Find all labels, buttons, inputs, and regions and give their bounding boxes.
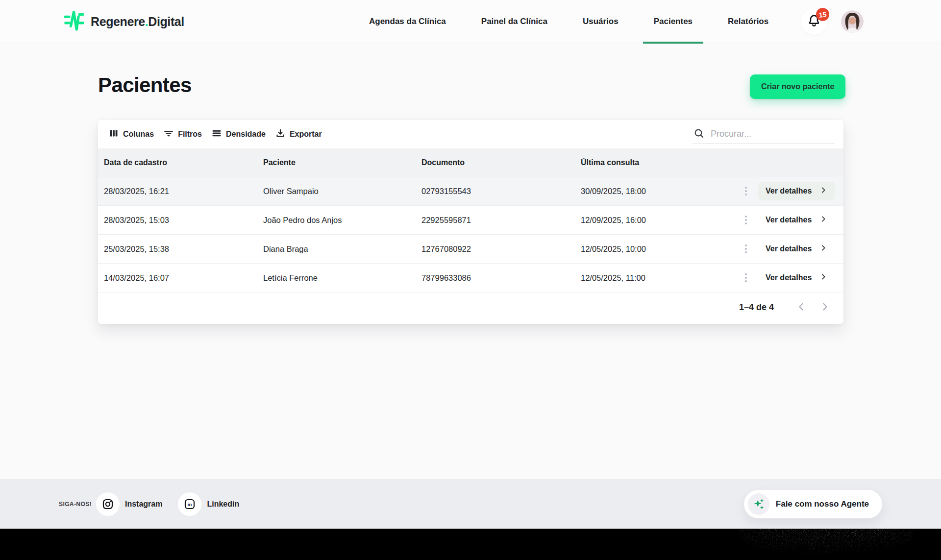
user-avatar[interactable]	[841, 10, 864, 33]
patients-table-card: Colunas Filtros Densidade Exportar	[98, 120, 843, 324]
table-row[interactable]: 28/03/2025, 15:03 João Pedro dos Anjos 2…	[98, 205, 843, 234]
filters-button[interactable]: Filtros	[159, 124, 207, 144]
columns-label: Colunas	[123, 130, 154, 139]
view-details-label: Ver detalhes	[766, 187, 812, 195]
cell-document: 78799633086	[416, 273, 575, 283]
table-header-row: Data de cadastro Paciente Documento Últi…	[98, 148, 843, 176]
pagination-range-label: 1–4 de 4	[739, 302, 774, 313]
view-details-label: Ver detalhes	[766, 244, 812, 253]
linkedin-label: Linkedin	[207, 500, 239, 509]
top-navigation-bar: Regenere.Digital Agendas da Clínica Pain…	[0, 0, 941, 43]
brand-name: Regenere.Digital	[91, 15, 184, 29]
bottom-black-strip	[0, 529, 941, 560]
cell-document: 22925595871	[416, 216, 575, 225]
columns-button[interactable]: Colunas	[104, 124, 159, 144]
noise-texture	[735, 529, 916, 560]
export-label: Exportar	[290, 130, 322, 139]
table-row[interactable]: 14/03/2025, 16:07 Letícia Ferrone 787996…	[98, 263, 843, 292]
svg-text:in: in	[188, 501, 192, 507]
app-canvas: Regenere.Digital Agendas da Clínica Pain…	[0, 0, 941, 560]
talk-to-agent-button[interactable]: Fale com nosso Agente	[744, 490, 882, 518]
chevron-right-icon	[819, 301, 830, 314]
talk-to-agent-label: Fale com nosso Agente	[776, 499, 869, 509]
column-header-patient: Paciente	[257, 158, 416, 167]
search-icon	[693, 128, 704, 141]
nav-item-painel[interactable]: Painel da Clínica	[470, 0, 558, 43]
create-patient-button[interactable]: Criar novo paciente	[750, 74, 845, 99]
instagram-icon	[96, 492, 120, 516]
view-details-button[interactable]: Ver detalhes	[758, 211, 835, 229]
cell-document: 02793155543	[416, 187, 575, 196]
follow-us-label: SIGA-NOS!	[59, 501, 92, 508]
instagram-link[interactable]: Instagram	[96, 492, 162, 516]
columns-icon	[109, 128, 119, 140]
search-box	[693, 124, 835, 144]
page-footer: SIGA-NOS! Instagram in Linkedin	[0, 479, 941, 529]
cell-last-visit: 12/09/2025, 16:00	[575, 216, 739, 225]
instagram-label: Instagram	[125, 500, 162, 509]
cell-patient: João Pedro dos Anjos	[257, 216, 416, 225]
search-input[interactable]	[711, 129, 834, 139]
pulse-logo-icon	[64, 9, 84, 34]
cell-registered: 28/03/2025, 16:21	[98, 187, 257, 196]
row-menu-kebab-icon[interactable]	[739, 270, 753, 285]
chevron-right-icon	[819, 244, 827, 254]
chevron-right-icon	[819, 186, 827, 196]
linkedin-icon: in	[178, 492, 201, 516]
chevron-right-icon	[819, 273, 827, 283]
density-button[interactable]: Densidade	[207, 124, 271, 144]
column-header-document: Documento	[416, 158, 575, 167]
table-pagination: 1–4 de 4	[98, 292, 843, 322]
nav-item-usuarios[interactable]: Usuários	[572, 0, 629, 43]
cell-document: 12767080922	[416, 244, 575, 254]
nav-item-pacientes[interactable]: Pacientes	[643, 0, 703, 43]
view-details-button[interactable]: Ver detalhes	[758, 268, 835, 287]
table-row[interactable]: 25/03/2025, 15:38 Diana Braga 1276708092…	[98, 234, 843, 263]
column-header-registered: Data de cadastro	[98, 158, 257, 167]
main-nav: Agendas da Clínica Painel da Clínica Usu…	[358, 0, 779, 43]
row-menu-kebab-icon[interactable]	[739, 184, 753, 198]
sparkles-icon	[748, 493, 769, 515]
social-links: Instagram in Linkedin	[96, 492, 239, 516]
density-label: Densidade	[226, 130, 266, 139]
cell-registered: 14/03/2025, 16:07	[98, 273, 257, 283]
row-menu-kebab-icon[interactable]	[739, 242, 753, 256]
table-toolbar: Colunas Filtros Densidade Exportar	[98, 120, 843, 148]
view-details-label: Ver detalhes	[766, 216, 812, 224]
nav-item-relatorios[interactable]: Relatórios	[717, 0, 779, 43]
cell-last-visit: 12/05/2025, 11:00	[575, 273, 739, 283]
table-row[interactable]: 28/03/2025, 16:21 Oliver Sampaio 0279315…	[98, 176, 843, 205]
linkedin-link[interactable]: in Linkedin	[178, 492, 239, 516]
density-icon	[212, 128, 222, 140]
cell-patient: Diana Braga	[257, 244, 416, 254]
chevron-right-icon	[819, 215, 827, 225]
view-details-label: Ver detalhes	[766, 273, 812, 282]
cell-last-visit: 12/05/2025, 10:00	[575, 244, 739, 254]
brand-logo[interactable]: Regenere.Digital	[64, 0, 184, 43]
view-details-button[interactable]: Ver detalhes	[758, 240, 835, 258]
column-header-last-visit: Última consulta	[575, 158, 739, 167]
view-details-button[interactable]: Ver detalhes	[758, 182, 835, 200]
cell-last-visit: 30/09/2025, 18:00	[575, 187, 739, 196]
cell-patient: Letícia Ferrone	[257, 273, 416, 283]
notifications-button[interactable]: 15	[801, 8, 827, 35]
nav-item-agendas[interactable]: Agendas da Clínica	[358, 0, 457, 43]
filters-label: Filtros	[178, 130, 202, 139]
download-icon	[275, 128, 285, 140]
chevron-left-icon	[796, 301, 807, 314]
cell-registered: 28/03/2025, 15:03	[98, 216, 257, 225]
cell-registered: 25/03/2025, 15:38	[98, 244, 257, 254]
page-title: Pacientes	[98, 73, 192, 97]
filter-icon	[164, 128, 173, 140]
cell-patient: Oliver Sampaio	[257, 187, 416, 196]
pagination-next-button[interactable]	[815, 298, 835, 317]
export-button[interactable]: Exportar	[271, 124, 327, 144]
row-menu-kebab-icon[interactable]	[739, 213, 753, 227]
pagination-prev-button[interactable]	[792, 298, 811, 317]
